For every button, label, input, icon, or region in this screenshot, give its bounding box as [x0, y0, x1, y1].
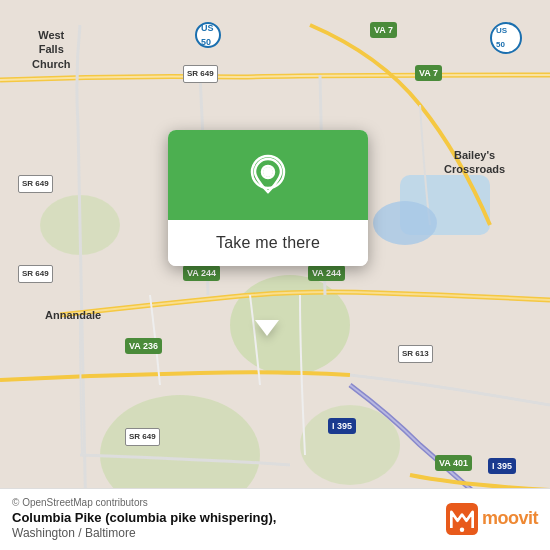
road-badge-sr613: SR 613: [398, 345, 433, 363]
take-me-there-button[interactable]: Take me there: [168, 220, 368, 266]
bottom-bar-left: © OpenStreetMap contributors Columbia Pi…: [12, 497, 276, 540]
attribution-text: © OpenStreetMap contributors: [12, 497, 276, 508]
location-name: Columbia Pike (columbia pike whispering)…: [12, 510, 276, 540]
svg-point-11: [460, 527, 464, 531]
place-label-baileys-crossroads: Bailey'sCrossroads: [444, 148, 505, 177]
road-badge-va244-right: VA 244: [308, 265, 345, 281]
road-badge-va401: VA 401: [435, 455, 472, 471]
location-region-text: Washington / Baltimore: [12, 526, 136, 540]
road-badge-sr649-bottom: SR 649: [125, 428, 160, 446]
svg-point-9: [263, 167, 273, 177]
road-badge-sr649-top: SR 649: [183, 65, 218, 83]
location-name-text: Columbia Pike (columbia pike whispering)…: [12, 510, 276, 525]
popup-tail: [255, 320, 279, 336]
moovit-brand-icon: [446, 503, 478, 535]
location-pin-icon: [246, 153, 290, 197]
road-badge-us50-top: US 50: [195, 22, 221, 48]
road-badge-va244-left: VA 244: [183, 265, 220, 281]
road-badge-i395: I 395: [328, 418, 356, 434]
road-badge-va236: VA 236: [125, 338, 162, 354]
svg-point-6: [373, 201, 437, 245]
road-badge-i395-right: I 395: [488, 458, 516, 474]
road-badge-va7-right: VA 7: [415, 65, 442, 81]
place-label-annandale: Annandale: [45, 308, 101, 322]
map-container: US 50 US 50 VA 7 VA 7 SR 649 SR 649 SR 6…: [0, 0, 550, 550]
place-label-west-falls-church: WestFallsChurch: [32, 28, 71, 71]
moovit-brand-text: moovit: [482, 508, 538, 529]
bottom-bar: © OpenStreetMap contributors Columbia Pi…: [0, 488, 550, 550]
road-badge-sr649-left2: SR 649: [18, 265, 53, 283]
svg-point-4: [300, 405, 400, 485]
road-badge-va7-top: VA 7: [370, 22, 397, 38]
moovit-logo: moovit: [446, 503, 538, 535]
road-badge-sr649-left: SR 649: [18, 175, 53, 193]
popup-card: Take me there: [168, 130, 368, 266]
popup-map-area: [168, 130, 368, 220]
road-badge-us50-right: US 50: [490, 22, 522, 54]
